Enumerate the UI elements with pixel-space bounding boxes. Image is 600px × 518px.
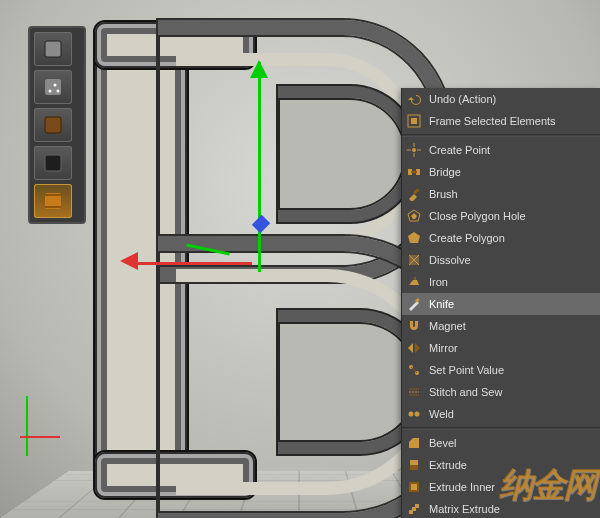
menu-item-dissolve[interactable]: Dissolve <box>402 249 600 271</box>
menu-item-label: Create Point <box>429 144 490 156</box>
menu-item-label: Matrix Extrude <box>429 503 500 515</box>
menu-item-knife[interactable]: Knife <box>402 293 600 315</box>
svg-marker-19 <box>408 232 420 243</box>
menu-item-bevel[interactable]: Bevel <box>402 432 600 454</box>
svg-rect-15 <box>411 171 417 173</box>
menu-separator <box>402 134 600 137</box>
menu-item-label: Close Polygon Hole <box>429 210 526 222</box>
display-shaded-wire-button[interactable] <box>34 70 72 104</box>
world-origin-indicator <box>20 396 60 456</box>
y-axis-icon <box>26 396 28 456</box>
menu-item-frame-selected[interactable]: Frame Selected Elements <box>402 110 600 132</box>
menu-item-create-polygon[interactable]: Create Polygon <box>402 227 600 249</box>
svg-rect-22 <box>415 298 420 303</box>
extrude-icon <box>406 457 422 473</box>
menu-item-brush[interactable]: Brush <box>402 183 600 205</box>
svg-point-26 <box>415 412 420 417</box>
menu-item-label: Bevel <box>429 437 457 449</box>
menu-item-weld[interactable]: Weld <box>402 403 600 425</box>
mesh-object-letter-b[interactable] <box>93 20 453 500</box>
menu-item-set-point-value[interactable]: Set Point Value <box>402 359 600 381</box>
close-hole-icon <box>406 208 422 224</box>
brush-icon <box>406 186 422 202</box>
menu-item-undo[interactable]: Undo (Action) <box>402 88 600 110</box>
menu-separator <box>402 427 600 430</box>
svg-point-25 <box>409 412 414 417</box>
menu-item-mirror[interactable]: Mirror <box>402 337 600 359</box>
menu-item-iron[interactable]: Iron <box>402 271 600 293</box>
frame-icon <box>406 113 422 129</box>
menu-item-label: Undo (Action) <box>429 93 496 105</box>
display-mode-toolbar <box>28 26 86 224</box>
svg-rect-2 <box>45 79 61 95</box>
svg-rect-16 <box>413 188 419 194</box>
x-axis-icon <box>20 436 60 438</box>
menu-item-matrix-extrude[interactable]: Matrix Extrude <box>402 498 600 518</box>
display-quick-shade-button[interactable] <box>34 108 72 142</box>
weld-icon <box>406 406 422 422</box>
create-polygon-icon <box>406 230 422 246</box>
menu-item-magnet[interactable]: Magnet <box>402 315 600 337</box>
menu-item-bridge[interactable]: Bridge <box>402 161 600 183</box>
menu-item-create-point[interactable]: Create Point <box>402 139 600 161</box>
svg-rect-30 <box>411 484 417 490</box>
svg-point-5 <box>57 90 60 93</box>
matrix-extrude-icon <box>406 501 422 517</box>
menu-item-label: Magnet <box>429 320 466 332</box>
svg-marker-18 <box>411 213 417 219</box>
context-menu: Undo (Action) Frame Selected Elements Cr… <box>401 88 600 518</box>
menu-item-extrude-inner[interactable]: Extrude Inner <box>402 476 600 498</box>
menu-item-label: Bridge <box>429 166 461 178</box>
menu-item-label: Brush <box>429 188 458 200</box>
svg-rect-0 <box>45 41 61 57</box>
menu-item-label: Extrude Inner <box>429 481 495 493</box>
bevel-icon <box>406 435 422 451</box>
knife-icon <box>406 296 422 312</box>
menu-item-label: Create Polygon <box>429 232 505 244</box>
extrude-inner-icon <box>406 479 422 495</box>
menu-item-close-polygon-hole[interactable]: Close Polygon Hole <box>402 205 600 227</box>
menu-item-label: Extrude <box>429 459 467 471</box>
svg-point-3 <box>49 90 52 93</box>
3d-viewport[interactable]: Undo (Action) Frame Selected Elements Cr… <box>0 0 600 518</box>
menu-item-label: Weld <box>429 408 454 420</box>
point-icon <box>406 142 422 158</box>
menu-item-label: Iron <box>429 276 448 288</box>
svg-point-12 <box>412 148 416 152</box>
menu-item-label: Set Point Value <box>429 364 504 376</box>
menu-item-label: Stitch and Sew <box>429 386 502 398</box>
mesh-hole <box>278 86 418 222</box>
menu-item-label: Frame Selected Elements <box>429 115 556 127</box>
magnet-icon <box>406 318 422 334</box>
svg-rect-8 <box>45 155 61 171</box>
mirror-icon <box>406 340 422 356</box>
dissolve-icon <box>406 252 422 268</box>
iron-icon <box>406 274 422 290</box>
bridge-icon <box>406 164 422 180</box>
svg-rect-21 <box>414 277 416 280</box>
svg-rect-33 <box>415 504 419 508</box>
menu-item-label: Mirror <box>429 342 458 354</box>
undo-icon <box>406 91 422 107</box>
svg-point-4 <box>54 84 57 87</box>
svg-rect-11 <box>411 118 417 124</box>
menu-item-label: Knife <box>429 298 454 310</box>
stitch-icon <box>406 384 422 400</box>
svg-rect-6 <box>45 117 61 133</box>
display-shaded-button[interactable] <box>34 32 72 66</box>
display-hidden-line-button[interactable] <box>34 146 72 180</box>
display-wireframe-button[interactable] <box>34 184 72 218</box>
menu-item-stitch-and-sew[interactable]: Stitch and Sew <box>402 381 600 403</box>
menu-item-label: Dissolve <box>429 254 471 266</box>
svg-rect-28 <box>410 460 418 465</box>
menu-item-extrude[interactable]: Extrude <box>402 454 600 476</box>
set-point-icon <box>406 362 422 378</box>
